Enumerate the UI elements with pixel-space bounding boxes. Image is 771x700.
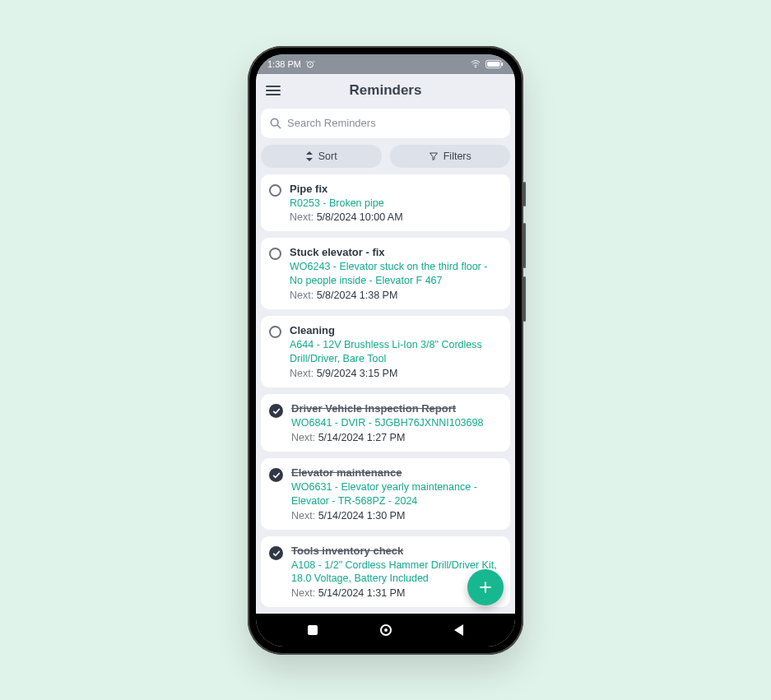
reminder-card[interactable]: Pipe fixR0253 - Broken pipeNext: 5/8/202…	[261, 174, 510, 232]
filters-button[interactable]: Filters	[390, 145, 511, 168]
svg-line-6	[277, 125, 281, 128]
side-button	[523, 223, 526, 268]
next-label: Next:	[290, 290, 314, 301]
svg-point-5	[271, 118, 278, 126]
side-button	[523, 276, 526, 322]
sort-icon	[305, 151, 314, 161]
checkbox-unchecked[interactable]	[269, 248, 281, 260]
reminder-next: Next: 5/14/2024 1:30 PM	[291, 510, 500, 522]
svg-rect-3	[487, 62, 499, 67]
system-nav-bar	[256, 614, 515, 647]
reminder-card[interactable]: Elevator maintenanceWO6631 - Elevator ye…	[261, 458, 510, 530]
next-label: Next:	[290, 211, 314, 223]
next-label: Next:	[291, 587, 315, 599]
next-datetime: 5/9/2024 3:15 PM	[317, 368, 398, 379]
reminder-link[interactable]: A644 - 12V Brushless Li-Ion 3/8" Cordles…	[290, 338, 500, 366]
status-bar: 1:38 PM	[256, 54, 515, 74]
search-icon	[269, 117, 282, 130]
checkbox-unchecked[interactable]	[269, 326, 281, 338]
add-reminder-button[interactable]	[467, 569, 504, 605]
filter-icon	[429, 151, 439, 161]
reminder-title: Tools inventory check	[291, 545, 500, 557]
next-datetime: 5/8/2024 10:00 AM	[317, 211, 403, 223]
menu-button[interactable]	[266, 86, 281, 95]
status-time: 1:38 PM	[267, 59, 301, 69]
phone-frame: 1:38 PM Reminders Sort	[248, 46, 523, 655]
check-icon	[272, 407, 281, 415]
page-title: Reminders	[256, 82, 515, 99]
wifi-icon	[470, 59, 481, 69]
side-button	[523, 182, 526, 206]
reminder-title: Elevator maintenance	[291, 466, 500, 479]
screen: 1:38 PM Reminders Sort	[256, 54, 515, 647]
filters-label: Filters	[444, 151, 471, 162]
reminder-link[interactable]: R0253 - Broken pipe	[290, 197, 500, 211]
checkbox-checked[interactable]	[269, 468, 283, 482]
content-area: Sort Filters Pipe fixR0253 - Broken pipe…	[256, 107, 515, 614]
battery-icon	[485, 59, 504, 69]
next-datetime: 5/14/2024 1:30 PM	[318, 510, 406, 522]
reminder-next: Next: 5/14/2024 1:27 PM	[291, 432, 500, 443]
check-icon	[272, 549, 281, 558]
svg-point-1	[476, 67, 476, 67]
reminder-next: Next: 5/8/2024 1:38 PM	[290, 290, 500, 301]
next-datetime: 5/8/2024 1:38 PM	[317, 290, 398, 301]
reminder-title: Cleaning	[290, 324, 500, 336]
reminder-link[interactable]: WO6243 - Elevator stuck on the third flo…	[290, 260, 500, 288]
reminder-next: Next: 5/8/2024 10:00 AM	[290, 211, 500, 223]
next-datetime: 5/14/2024 1:27 PM	[318, 432, 406, 443]
sort-label: Sort	[318, 151, 337, 162]
plus-icon	[477, 579, 494, 596]
checkbox-checked[interactable]	[269, 546, 283, 560]
next-label: Next:	[290, 368, 314, 379]
reminder-card[interactable]: CleaningA644 - 12V Brushless Li-Ion 3/8"…	[261, 316, 510, 387]
nav-recent-button[interactable]	[296, 625, 329, 635]
next-datetime: 5/14/2024 1:31 PM	[318, 587, 406, 599]
reminder-card[interactable]: Driver Vehicle Inspection ReportWO6841 -…	[261, 394, 510, 452]
svg-rect-4	[501, 62, 503, 65]
next-label: Next:	[291, 510, 315, 522]
reminder-next: Next: 5/9/2024 3:15 PM	[290, 368, 500, 379]
alarm-icon	[305, 59, 315, 69]
reminder-title: Driver Vehicle Inspection Report	[291, 402, 500, 415]
reminder-title: Pipe fix	[290, 183, 500, 195]
sort-button[interactable]: Sort	[261, 145, 382, 168]
check-icon	[272, 471, 281, 480]
next-label: Next:	[291, 432, 315, 443]
checkbox-unchecked[interactable]	[269, 184, 281, 197]
reminder-title: Stuck elevator - fix	[290, 246, 500, 258]
reminder-link[interactable]: WO6841 - DVIR - 5JGBH76JXNNI103698	[291, 416, 500, 430]
search-box[interactable]	[261, 109, 510, 138]
reminder-card[interactable]: Stuck elevator - fixWO6243 - Elevator st…	[261, 238, 510, 309]
toolbar: Sort Filters	[261, 145, 510, 168]
nav-home-button[interactable]	[369, 624, 402, 636]
search-input[interactable]	[287, 117, 502, 129]
app-header: Reminders	[256, 74, 515, 107]
reminder-link[interactable]: WO6631 - Elevator yearly maintenance - E…	[291, 480, 500, 508]
reminders-list[interactable]: Pipe fixR0253 - Broken pipeNext: 5/8/202…	[261, 174, 510, 614]
nav-back-button[interactable]	[442, 624, 475, 636]
checkbox-checked[interactable]	[269, 404, 283, 418]
